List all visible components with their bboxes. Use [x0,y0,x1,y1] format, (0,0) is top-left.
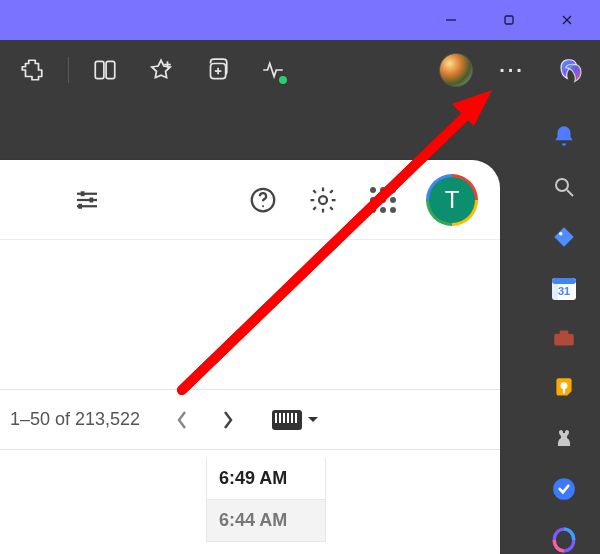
edge-sidebar: 31 [528,100,600,554]
sidebar-tasks-icon[interactable] [548,475,580,503]
message-times: 6:49 AM 6:44 AM [0,450,500,542]
pager-prev-button[interactable] [162,400,202,440]
svg-rect-19 [560,330,569,334]
help-icon [248,185,278,215]
toolbar-separator [68,57,69,83]
svg-point-13 [559,232,562,235]
settings-button[interactable] [306,183,340,217]
sidebar-m365-icon[interactable] [548,526,580,554]
more-dots-icon: ··· [493,59,531,82]
window-close-button[interactable] [538,0,596,40]
svg-point-30 [262,205,264,207]
svg-line-12 [567,190,573,196]
google-account-button[interactable]: T [426,174,478,226]
pager-next-button[interactable] [208,400,248,440]
svg-rect-28 [78,203,82,208]
svg-text:31: 31 [558,285,570,297]
window-titlebar [0,0,600,40]
account-initial: T [429,177,475,223]
sidebar-notifications-icon[interactable] [548,122,580,150]
help-button[interactable] [246,183,280,217]
gmail-toolbar: T [0,160,500,240]
gmail-panel: T 1–50 of 213,522 6:49 AM 6:44 AM [0,160,500,554]
svg-point-20 [561,383,568,390]
svg-rect-1 [505,16,513,24]
message-time[interactable]: 6:44 AM [206,500,326,542]
svg-rect-4 [95,61,104,78]
search-options-button[interactable] [70,183,104,217]
sidebar-keep-icon[interactable] [548,374,580,402]
copilot-button[interactable] [546,48,590,92]
status-dot-icon [277,74,289,86]
svg-rect-21 [563,389,565,393]
google-apps-button[interactable] [366,183,400,217]
extensions-icon[interactable] [10,48,54,92]
svg-rect-26 [90,197,94,202]
avatar-image [439,53,473,87]
sliders-icon [72,185,102,215]
apps-grid-icon [370,187,396,213]
sidebar-search-icon[interactable] [548,172,580,200]
window-maximize-button[interactable] [480,0,538,40]
svg-rect-5 [106,61,115,78]
message-time[interactable]: 6:49 AM [206,458,326,500]
chevron-right-icon [222,410,234,430]
svg-rect-18 [554,334,574,346]
gear-icon [308,185,338,215]
gmail-blank-area [0,240,500,390]
svg-point-31 [319,196,327,204]
performance-icon[interactable] [251,48,295,92]
window-minimize-button[interactable] [422,0,480,40]
sidebar-shopping-icon[interactable] [548,223,580,251]
profile-avatar[interactable] [434,48,478,92]
caret-down-icon [308,417,318,427]
sidebar-calendar-icon[interactable]: 31 [548,273,580,301]
collections-icon[interactable] [195,48,239,92]
chevron-left-icon [176,410,188,430]
gmail-pager: 1–50 of 213,522 [0,390,500,450]
svg-point-11 [556,179,568,191]
sidebar-games-icon[interactable] [548,425,580,453]
browser-toolbar: ··· [0,40,600,100]
copilot-icon [558,57,584,83]
more-menu-button[interactable]: ··· [490,48,534,92]
keyboard-icon [272,410,302,430]
favorites-icon[interactable] [139,48,183,92]
svg-rect-24 [81,191,85,196]
pager-range: 1–50 of 213,522 [10,409,140,430]
split-screen-icon[interactable] [83,48,127,92]
sidebar-tools-icon[interactable] [548,324,580,352]
input-tool-select[interactable] [272,410,318,430]
